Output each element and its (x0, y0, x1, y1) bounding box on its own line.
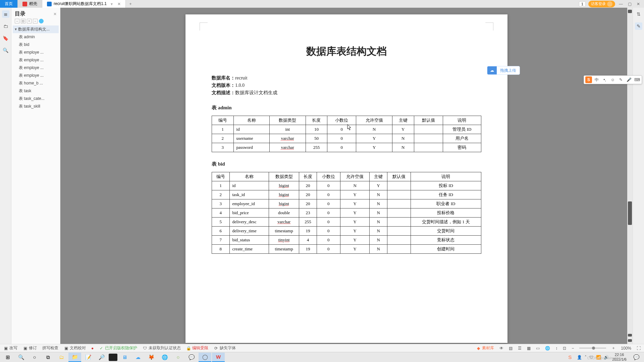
notepad-icon[interactable]: 📝 (82, 353, 95, 362)
close-icon[interactable]: ✕ (635, 1, 641, 7)
taskview-icon[interactable]: ⧉ (42, 353, 54, 362)
toc-item[interactable]: 表 home_b ... (13, 79, 59, 87)
filemanager-icon[interactable]: 📁 (68, 353, 81, 362)
fullscreen-icon[interactable]: ⛶ (637, 346, 641, 351)
sb-copyright[interactable]: ✓已开启版权隐保护 (99, 345, 137, 351)
sb-record-dot[interactable]: ● (91, 346, 94, 351)
toc-tree: ▾数据库表结构文... 表 admin 表 bid 表 employe ... … (13, 25, 59, 110)
bookmark-icon[interactable]: 🔖 (2, 35, 9, 42)
sb-fit-icon[interactable]: ⊡ (563, 346, 566, 351)
chrome-icon[interactable]: 🌐 (158, 353, 171, 362)
upload-badge[interactable]: ☁ 拖拽上传 (487, 66, 520, 75)
ime-lang[interactable]: 中 (593, 76, 600, 83)
ime-keyboard-icon[interactable]: ⌨ (634, 76, 640, 83)
toc-item[interactable]: 表 bid (13, 41, 59, 49)
tray-defender-icon[interactable]: 🛡 (589, 355, 593, 360)
wps-icon[interactable]: W (212, 353, 225, 362)
pen-icon[interactable]: ✎ (635, 22, 642, 30)
zoom-out-icon[interactable]: − (572, 346, 574, 351)
notification-icon[interactable]: 💬 (630, 353, 643, 362)
toc-root[interactable]: ▾数据库表结构文... (13, 25, 59, 33)
wechat-icon[interactable]: 💬 (185, 353, 198, 362)
explorer-icon[interactable]: 🗂 (55, 353, 68, 362)
sb-proofread[interactable]: ▣文档校对 (64, 345, 86, 351)
tab-home[interactable]: 首页 (0, 0, 18, 8)
tray-people-icon[interactable]: 👤 (577, 355, 582, 360)
sb-assets[interactable]: ◆素材库 (476, 345, 494, 351)
taskbar-clock[interactable]: 22:16 2022/1/6 (609, 353, 629, 361)
sb-layout3-icon[interactable]: ▭ (536, 346, 540, 351)
toc-item[interactable]: 表 admin (13, 33, 59, 41)
scroll-marker[interactable] (628, 339, 632, 342)
toc-close-icon[interactable]: ✕ (53, 12, 57, 16)
folder-icon[interactable]: 🗀 (2, 22, 9, 30)
todesk-icon[interactable]: 🖥 (118, 353, 131, 362)
tray-up-icon[interactable]: ˄ (585, 355, 587, 360)
minimize-icon[interactable]: — (618, 1, 624, 7)
zoom-slider[interactable] (579, 348, 606, 349)
scroll-arrow-up[interactable] (628, 10, 632, 13)
firefox-icon[interactable]: 🦊 (145, 353, 158, 362)
document-canvas[interactable]: 数据库表结构文档 数据库名：recruit 文档版本：1.0.0 文档描述：数据… (60, 8, 633, 352)
cortana-icon[interactable]: ○ (28, 353, 41, 362)
search-icon[interactable]: 🔍 (2, 47, 9, 54)
obs-icon[interactable]: ◯ (199, 353, 211, 362)
zoom-knob[interactable] (592, 347, 595, 350)
new-tab-button[interactable]: ＋ (126, 0, 135, 8)
toc-item[interactable]: 表 task_skill (13, 103, 59, 110)
toc-item[interactable]: 表 employe ... (13, 72, 59, 79)
tb-search-icon[interactable]: 🔍 (15, 353, 28, 362)
toc-item[interactable]: 表 task_cate... (13, 95, 59, 103)
toc-tool-sub[interactable]: − (33, 19, 38, 23)
handle-icon[interactable]: ⇅ (635, 10, 642, 18)
scroll-marker[interactable] (628, 334, 632, 337)
login-badge[interactable]: 访客登录 (588, 1, 615, 7)
tray-volume-icon[interactable]: 🔊 (604, 355, 609, 360)
everything-icon[interactable]: 🔎 (95, 353, 108, 362)
ime-brush-icon[interactable]: ✎ (618, 76, 624, 83)
toc-tool-collapse[interactable]: − (15, 19, 19, 23)
baidu-icon[interactable]: ☁ (131, 353, 144, 362)
sb-revise[interactable]: ▣修订 (23, 345, 37, 351)
toc-item[interactable]: 表 employe ... (13, 64, 59, 72)
sogou-icon[interactable]: S (585, 76, 592, 83)
sb-overwrite[interactable]: ▣改写 (3, 345, 17, 351)
zoom-in-icon[interactable]: ＋ (611, 345, 615, 351)
scroll-thumb[interactable] (628, 201, 632, 225)
system-tray[interactable]: 👤 ˄ 🛡 📶 🔊 (577, 355, 609, 360)
outline-icon[interactable]: ≣ (2, 10, 9, 18)
maximize-icon[interactable]: ▢ (627, 1, 633, 7)
tab-document[interactable]: recruit兼职网站数据库文档1.1▾✕ (42, 0, 126, 8)
app-black-icon[interactable] (109, 354, 117, 361)
sb-layout2-icon[interactable]: ▦ (527, 346, 531, 351)
toc-item[interactable]: 表 employe ... (13, 56, 59, 64)
scrollbar[interactable] (627, 8, 633, 352)
tray-sogou-icon[interactable]: S (564, 353, 576, 362)
tab-daoke[interactable]: 稻壳 (18, 0, 42, 8)
ime-punct-icon[interactable]: •, (601, 76, 608, 83)
toc-item[interactable]: 表 task (13, 87, 59, 95)
sb-sort-icon[interactable]: ↕ (555, 346, 557, 351)
toc-tool-expand[interactable]: ⊡ (21, 19, 25, 23)
sb-layout1-icon[interactable]: ☰ (518, 346, 522, 351)
sb-web-icon[interactable]: 🌐 (545, 346, 550, 351)
zoom-pct[interactable]: 100% (621, 346, 631, 351)
toc-item[interactable]: 表 employe ... (13, 49, 59, 56)
sb-view-icon[interactable]: ▤ (509, 346, 513, 351)
page-indicator[interactable]: 1 (579, 1, 586, 7)
green-browser-icon[interactable]: ○ (172, 353, 184, 362)
sb-missing-font[interactable]: ⟳缺失字体 (214, 345, 236, 351)
toc-tool-refresh[interactable] (39, 19, 44, 23)
tab-dropdown-icon[interactable]: ▾ (111, 2, 113, 6)
tray-wifi-icon[interactable]: 📶 (596, 355, 601, 360)
ime-mic-icon[interactable]: 🎤 (626, 76, 632, 83)
sb-unauth[interactable]: 🛡未获取到认证状态 (143, 345, 181, 351)
start-icon[interactable]: ⊞ (1, 353, 14, 362)
sb-eye-icon[interactable]: 👁 (499, 346, 503, 351)
sb-spellcheck[interactable]: 拼写检查 (42, 345, 58, 351)
ime-emoji-icon[interactable]: ☺ (609, 76, 616, 83)
toc-tool-add[interactable]: + (27, 19, 32, 23)
sb-restrict[interactable]: 🔒编辑受限 (186, 345, 208, 351)
ime-toolbar[interactable]: S 中 •, ☺ ✎ 🎤 ⌨ (584, 75, 642, 84)
tab-close-icon[interactable]: ✕ (117, 2, 121, 6)
